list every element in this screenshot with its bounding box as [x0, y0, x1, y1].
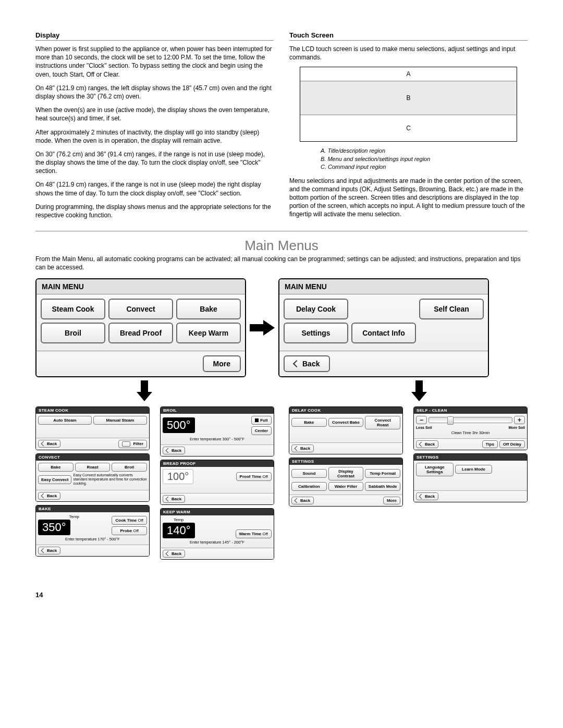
display-contrast-button[interactable]: Display Contrast: [328, 467, 364, 480]
soil-slider[interactable]: [429, 417, 512, 423]
broil-temp-range: Enter temperature 300° - 500°F: [163, 437, 272, 441]
display-p1: When power is first supplied to the appl…: [35, 45, 274, 79]
settings-button[interactable]: Settings: [284, 323, 348, 343]
calibration-button[interactable]: Calibration: [291, 482, 327, 491]
self-clean-button[interactable]: Self Clean: [419, 299, 484, 319]
more-button[interactable]: More: [203, 355, 241, 372]
arrow-right-icon: [249, 320, 275, 336]
back-button[interactable]: Back: [163, 447, 185, 454]
sound-button[interactable]: Sound: [291, 469, 327, 478]
learn-mode-button[interactable]: Learn Mode: [455, 465, 493, 474]
probe-button[interactable]: Probe Off: [112, 526, 147, 535]
back-button[interactable]: Back: [163, 550, 185, 558]
chevron-left-icon: [166, 551, 171, 556]
divider: [35, 231, 528, 231]
chevron-left-icon: [166, 448, 171, 453]
svg-marker-2: [411, 380, 427, 401]
settings-screen-2: SETTINGS Language Settings Learn Mode Ba…: [413, 453, 528, 502]
touchscreen-heading: Touch Screen: [289, 31, 528, 41]
proof-time-button[interactable]: Proof Time Off: [236, 472, 272, 481]
delay-cook-button[interactable]: Delay Cook: [284, 299, 348, 319]
display-p4: After approximately 2 minutes of inactiv…: [35, 128, 274, 145]
region-a: A: [300, 67, 517, 81]
delay-cook-screen: DELAY COOK Bake Convect Bake Convect Roa…: [289, 406, 403, 454]
auto-steam-button[interactable]: Auto Steam: [38, 416, 92, 425]
manual-steam-button[interactable]: Manual Steam: [93, 416, 147, 425]
back-button[interactable]: Back: [291, 497, 314, 504]
region-c: C: [300, 115, 517, 141]
panel2-header: MAIN MENU: [279, 279, 488, 294]
chevron-left-icon: [41, 441, 46, 447]
arrow-down-icon: [35, 380, 253, 401]
more-button[interactable]: More: [383, 497, 400, 504]
bake-temp-display[interactable]: 350°: [38, 520, 70, 535]
bread-proof-button[interactable]: Bread Proof: [108, 323, 173, 343]
delay-convect-bake-button[interactable]: Convect Bake: [328, 418, 364, 427]
convect-roast-button[interactable]: Roast: [75, 463, 111, 472]
touchscreen-caption: A. Title/description region B. Menu and …: [321, 147, 528, 171]
filter-button[interactable]: Filter: [118, 440, 147, 448]
page-number: 14: [35, 591, 528, 599]
convect-broil-button[interactable]: Broil: [112, 463, 147, 472]
tips-button[interactable]: Tips: [482, 440, 498, 448]
main-menus-intro: From the Main Menu, all automatic cookin…: [35, 255, 528, 272]
bake-screen: BAKE Temp 350° Cook Time Off Probe Off E…: [35, 505, 150, 557]
less-soil-label: Less Soil: [416, 426, 432, 429]
cook-time-button[interactable]: Cook Time Off: [112, 516, 147, 525]
off-delay-button[interactable]: Off Delay: [499, 440, 525, 448]
convect-screen: CONVECT Bake Roast Broil Easy Convect Ea…: [35, 453, 150, 502]
temp-format-button[interactable]: Temp Format: [365, 469, 400, 478]
main-menu-panel-1: MAIN MENU Steam Cook Convect Bake Broil …: [35, 278, 246, 377]
steam-cook-screen: STEAM COOK Auto Steam Manual Steam Back …: [35, 406, 150, 450]
display-heading: Display: [35, 31, 274, 41]
display-p6: On 48" (121.9 cm) ranges, if the range i…: [35, 180, 274, 197]
chevron-left-icon: [295, 446, 300, 451]
display-p3: When the oven(s) are in use (active mode…: [35, 106, 274, 122]
proof-temp-display[interactable]: 100°: [163, 469, 193, 484]
keep-warm-button[interactable]: Keep Warm: [176, 323, 241, 343]
warm-time-button[interactable]: Warm Time Off: [236, 529, 272, 538]
back-button[interactable]: Back: [38, 492, 60, 500]
back-button[interactable]: Back: [416, 492, 438, 500]
plus-button[interactable]: +: [514, 416, 525, 424]
language-settings-button[interactable]: Language Settings: [416, 463, 454, 476]
chevron-left-icon: [293, 360, 300, 367]
back-button[interactable]: Back: [38, 547, 60, 554]
chevron-left-icon: [295, 498, 300, 503]
delay-convect-roast-button[interactable]: Convect Roast: [365, 416, 400, 429]
back-button[interactable]: Back: [163, 495, 185, 503]
svg-marker-0: [250, 320, 275, 336]
panel1-header: MAIN MENU: [36, 279, 245, 294]
back-button[interactable]: Back: [291, 445, 314, 452]
minus-button[interactable]: −: [416, 416, 427, 424]
water-filter-button[interactable]: Water Filter: [328, 482, 364, 491]
bake-button[interactable]: Bake: [176, 299, 241, 319]
convect-bake-button[interactable]: Bake: [38, 463, 74, 472]
filter-icon: [122, 441, 130, 447]
delay-bake-button[interactable]: Bake: [291, 418, 327, 427]
convect-button[interactable]: Convect: [108, 299, 173, 319]
touchscreen-diagram: A B C: [300, 67, 517, 142]
display-p5: On 30" (76.2 cm) and 36" (91.4 cm) range…: [35, 150, 274, 176]
easy-convect-button[interactable]: Easy Convect: [38, 475, 71, 484]
steam-cook-button[interactable]: Steam Cook: [41, 299, 105, 319]
contact-info-button[interactable]: Contact Info: [351, 323, 416, 343]
back-button[interactable]: Back: [416, 440, 438, 448]
broil-button[interactable]: Broil: [41, 323, 105, 343]
display-p7: During programming, the display shows me…: [35, 203, 274, 219]
back-button[interactable]: Back: [38, 440, 60, 448]
svg-marker-1: [137, 380, 152, 401]
center-button[interactable]: Center: [251, 426, 272, 435]
settings-screen-1: SETTINGS Sound Display Contrast Temp For…: [289, 458, 403, 507]
touchscreen-p2: Menu selections and input adjustments ar…: [289, 177, 528, 219]
keepwarm-temp-display[interactable]: 140°: [163, 523, 195, 538]
main-menu-panel-2: MAIN MENU Delay Cook Self Clean Settings…: [278, 278, 489, 377]
back-button[interactable]: Back: [284, 355, 330, 372]
keepwarm-temp-range: Enter temperature 145° - 200°F: [163, 540, 272, 545]
full-button[interactable]: Full: [251, 416, 272, 425]
broil-temp-display[interactable]: 500°: [163, 417, 195, 433]
sabbath-mode-button[interactable]: Sabbath Mode: [365, 482, 400, 491]
chevron-left-icon: [419, 441, 424, 447]
square-icon: [255, 418, 259, 422]
easy-convect-desc: Easy Convect automatically converts stan…: [73, 473, 147, 486]
